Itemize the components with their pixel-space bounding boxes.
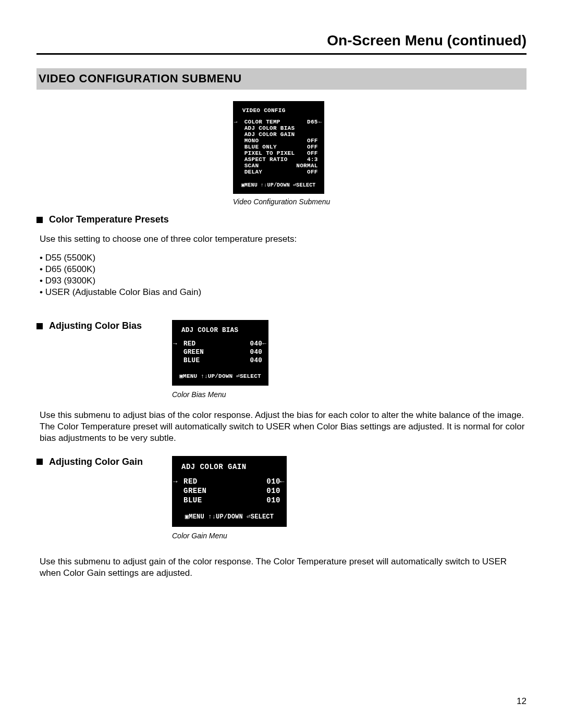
paragraph: Use this setting to choose one of three … — [40, 233, 527, 245]
osd-row: PIXEL TO PIXELOFF — [239, 150, 318, 156]
osd-value: D65 — [307, 119, 318, 125]
bullet-list: D55 (5500K) D65 (6500K) D93 (9300K) USER… — [40, 252, 527, 298]
page-number: 12 — [517, 696, 527, 707]
osd-row: MONOOFF — [239, 138, 318, 144]
bullet-square-icon — [36, 459, 43, 465]
list-item: D93 (9300K) — [40, 275, 527, 287]
osd-caption: Video Configuration Submenu — [233, 197, 331, 206]
paragraph: Use this submenu to adjust bias of the c… — [40, 410, 527, 444]
osd-color-gain: ADJ COLOR GAIN → RED 010← GREEN010 BLUE0… — [172, 456, 287, 527]
osd-caption: Color Bias Menu — [172, 390, 268, 399]
osd-label: COLOR TEMP — [244, 119, 280, 125]
osd-row: → RED 040← — [178, 340, 262, 348]
osd-hint: ▣MENU ↑↓UP/DOWN ⏎SELECT — [178, 512, 280, 522]
subsection-heading: Adjusting Color Gain — [49, 456, 143, 468]
osd-row: BLUE ONLYOFF — [239, 144, 318, 150]
paragraph: Use this submenu to adjust gain of the c… — [40, 556, 527, 579]
osd-color-bias: ADJ COLOR BIAS → RED 040← GREEN040 BLUE0… — [172, 320, 268, 386]
osd-row: SCANNORMAL — [239, 163, 318, 169]
list-item: D55 (5500K) — [40, 252, 527, 264]
osd-row: → COLOR TEMP D65← — [239, 119, 318, 125]
osd-video-config: VIDEO CONFIG → COLOR TEMP D65← ADJ COLOR… — [233, 101, 324, 194]
osd-row: ADJ COLOR GAIN — [239, 131, 318, 138]
bullet-square-icon — [36, 323, 43, 329]
osd-row: BLUE040 — [178, 356, 262, 365]
osd-row: BLUE010 — [178, 496, 280, 505]
list-item: D65 (6500K) — [40, 264, 527, 275]
osd-row: DELAYOFF — [239, 169, 318, 175]
subsection-heading: Color Temperature Presets — [49, 214, 169, 226]
bullet-square-icon — [36, 217, 43, 223]
osd-title: VIDEO CONFIG — [242, 107, 318, 114]
osd-title: ADJ COLOR GAIN — [181, 462, 280, 472]
subsection-heading: Adjusting Color Bias — [49, 320, 142, 332]
page-title: On-Screen Menu (continued) — [36, 31, 527, 55]
section-banner: VIDEO CONFIGURATION SUBMENU — [36, 68, 527, 90]
osd-row: GREEN040 — [178, 348, 262, 356]
osd-hint: ▣MENU ↑↓UP/DOWN ⏎SELECT — [239, 182, 318, 189]
osd-hint: ▣MENU ↑↓UP/DOWN ⏎SELECT — [178, 372, 262, 380]
osd-row: ADJ COLOR BIAS — [239, 125, 318, 131]
list-item: USER (Adjustable Color Bias and Gain) — [40, 287, 527, 298]
osd-caption: Color Gain Menu — [172, 531, 287, 540]
osd-row: ASPECT RATIO4:3 — [239, 156, 318, 163]
osd-row: → RED 010← — [178, 477, 280, 486]
osd-row: GREEN010 — [178, 486, 280, 496]
osd-title: ADJ COLOR BIAS — [181, 326, 262, 335]
